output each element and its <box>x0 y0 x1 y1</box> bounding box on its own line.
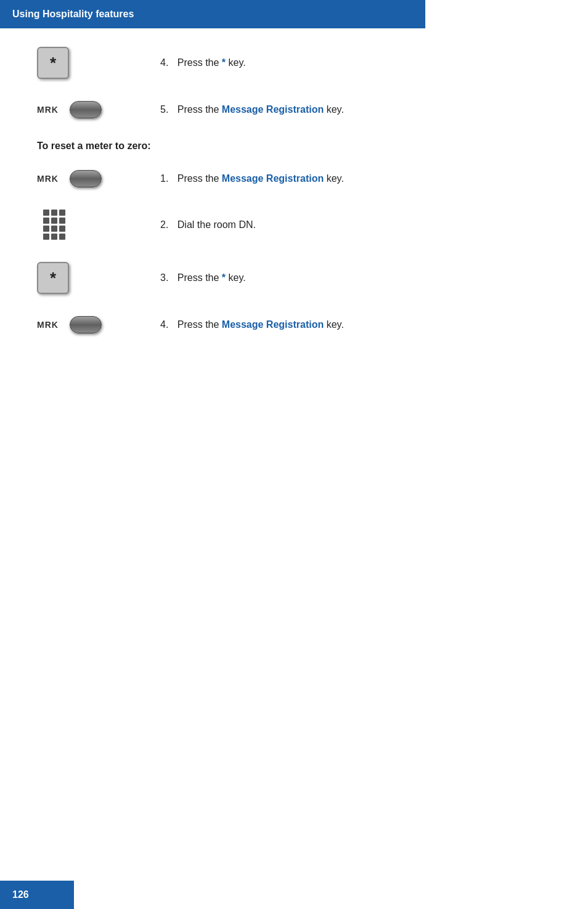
key-8 <box>51 226 57 232</box>
reset-step-row-1: MRK 1. Press the Message Registration ke… <box>37 170 551 187</box>
oval-button-5 <box>70 101 102 118</box>
key-10 <box>43 234 49 240</box>
step-icon-keypad <box>37 210 160 240</box>
mrk-key-highlight-5: Message Registration <box>222 104 324 115</box>
step-text-5-mrk: 5. Press the Message Registration key. <box>160 104 551 115</box>
mrk-label-5: MRK <box>37 105 59 115</box>
header-bar: Using Hospitality features <box>0 0 425 28</box>
page-number: 126 <box>12 889 29 900</box>
step-number: 3. <box>160 272 168 283</box>
step-number: 5. <box>160 104 168 115</box>
key-5 <box>51 218 57 224</box>
key-9 <box>59 226 65 232</box>
section-heading: To reset a meter to zero: <box>37 141 551 152</box>
mrk-label-r4: MRK <box>37 320 59 330</box>
star-key-icon-r3: * <box>37 262 69 294</box>
step-row-4-star: * 4. Press the * key. <box>37 47 551 79</box>
key-1 <box>43 210 49 216</box>
oval-button-r4 <box>70 316 102 333</box>
key-4 <box>43 218 49 224</box>
header-title: Using Hospitality features <box>12 9 134 19</box>
key-12 <box>59 234 65 240</box>
reset-step-row-4: MRK 4. Press the Message Registration ke… <box>37 316 551 333</box>
mrk-key-highlight-r1: Message Registration <box>222 173 324 184</box>
step-number: 2. <box>160 219 168 230</box>
mrk-label-r1: MRK <box>37 174 59 184</box>
reset-step-row-3: * 3. Press the * key. <box>37 262 551 294</box>
key-7 <box>43 226 49 232</box>
key-6 <box>59 218 65 224</box>
step-text-r4: 4. Press the Message Registration key. <box>160 319 551 330</box>
step-icon-star: * <box>37 47 160 79</box>
step-row-5-mrk: MRK 5. Press the Message Registration ke… <box>37 101 551 118</box>
keypad-grid-icon <box>43 210 65 240</box>
star-key-icon: * <box>37 47 69 79</box>
key-3 <box>59 210 65 216</box>
step-number: 1. <box>160 173 168 184</box>
step-icon-mrk-r4: MRK <box>37 316 160 333</box>
step-icon-mrk-5: MRK <box>37 101 160 118</box>
star-highlight: * <box>222 57 226 68</box>
step-number: 4. <box>160 319 168 330</box>
star-highlight-r3: * <box>222 272 226 283</box>
key-2 <box>51 210 57 216</box>
step-text-r3: 3. Press the * key. <box>160 272 551 283</box>
step-text-4-star: 4. Press the * key. <box>160 57 551 68</box>
step-number: 4. <box>160 57 168 68</box>
step-icon-star-r3: * <box>37 262 160 294</box>
key-11 <box>51 234 57 240</box>
step-icon-mrk-r1: MRK <box>37 170 160 187</box>
oval-button-r1 <box>70 170 102 187</box>
mrk-key-highlight-r4: Message Registration <box>222 319 324 330</box>
step-text-r2: 2. Dial the room DN. <box>160 219 551 230</box>
reset-step-row-2: 2. Dial the room DN. <box>37 210 551 240</box>
page-footer: 126 <box>0 881 74 909</box>
main-content: * 4. Press the * key. MRK 5. Press the M… <box>0 28 588 393</box>
step-text-r1: 1. Press the Message Registration key. <box>160 173 551 184</box>
